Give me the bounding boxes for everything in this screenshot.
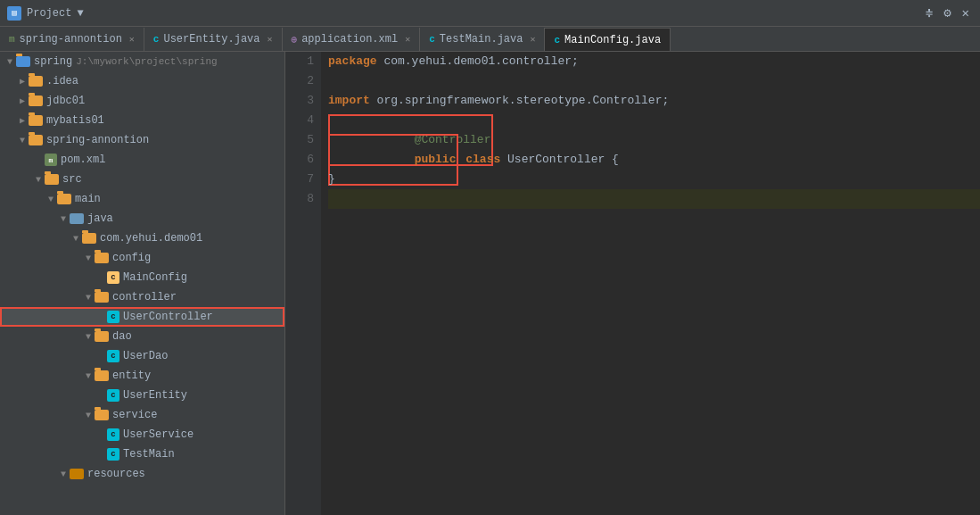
settings-action[interactable]: ⚙ <box>940 4 954 22</box>
tree-item-entity[interactable]: ▼ entity <box>0 366 284 386</box>
folder-icon-resources <box>70 469 84 479</box>
class-icon-userservice: c <box>107 428 119 441</box>
folder-icon-idea <box>29 76 43 87</box>
ln-4: 4 <box>285 111 314 130</box>
folder-icon-jdbc01 <box>29 96 43 106</box>
ln-6: 6 <box>285 150 314 170</box>
tab-bar: m spring-annontion ✕ c UserEntity.java ✕… <box>0 27 980 52</box>
java-label: java <box>87 212 113 225</box>
code-line-2 <box>328 71 980 91</box>
tab-close-testmain[interactable]: ✕ <box>530 34 535 45</box>
pin-action[interactable]: ≑ <box>922 4 936 22</box>
tree-item-spring-annontion[interactable]: ▼ spring-annontion <box>0 130 284 150</box>
controller-label: controller <box>112 291 177 303</box>
tree-item-main[interactable]: ▼ main <box>0 189 284 209</box>
editor[interactable]: 1 2 3 4 5 6 7 8 package com.yehui.demo01… <box>285 52 980 515</box>
title-project-label: Project <box>27 7 71 20</box>
tree-item-dao[interactable]: ▼ dao <box>0 327 284 346</box>
tree-item-pom[interactable]: m pom.xml <box>0 150 284 170</box>
tree-item-userservice[interactable]: c UserService <box>0 425 284 444</box>
chevron-dao: ▼ <box>82 332 95 342</box>
tree-item-userdao[interactable]: c UserDao <box>0 346 284 366</box>
tab-close-application[interactable]: ✕ <box>405 34 410 45</box>
tree-item-mybatis01[interactable]: ▶ mybatis01 <box>0 111 284 130</box>
chevron-service: ▼ <box>82 411 95 420</box>
tab-userentity[interactable]: c UserEntity.java ✕ <box>144 28 283 51</box>
userservice-label: UserService <box>123 428 194 441</box>
class-tab-icon-test: c <box>429 34 435 45</box>
tree-item-controller[interactable]: ▼ controller <box>0 287 284 307</box>
chevron-java: ▼ <box>57 214 70 224</box>
class-name-usercontroller: UserController { <box>500 150 619 170</box>
ln-1: 1 <box>285 52 314 71</box>
tree-item-com-yehui[interactable]: ▼ com.yehui.demo01 <box>0 228 284 248</box>
tab-mainconfig[interactable]: c MainConfig.java <box>545 28 671 51</box>
tree-item-userentity[interactable]: c UserEntity <box>0 386 284 405</box>
ln-8: 8 <box>285 189 314 209</box>
code-package-name: com.yehui.demo01.controller; <box>377 52 579 71</box>
folder-icon-main <box>57 194 71 204</box>
title-bar-left: ▤ Project ▼ <box>7 6 84 21</box>
chevron-main: ▼ <box>45 195 57 204</box>
folder-icon-java <box>70 213 84 224</box>
folder-icon-spring-annontion <box>29 135 43 145</box>
import-semi: ; <box>662 91 669 111</box>
tab-close-spring[interactable]: ✕ <box>129 34 135 45</box>
tree-item-java[interactable]: ▼ java <box>0 209 284 228</box>
userentity-label: UserEntity <box>123 389 187 402</box>
spring-annontion-label: spring-annontion <box>46 134 149 146</box>
tree-item-src[interactable]: ▼ src <box>0 170 284 189</box>
chevron-entity: ▼ <box>82 371 95 381</box>
chevron-resources: ▼ <box>57 469 70 479</box>
testmain-label: TestMain <box>123 448 175 461</box>
jdbc01-label: jdbc01 <box>46 95 85 107</box>
maven-tab-icon: m <box>9 34 15 45</box>
tab-spring-annontion[interactable]: m spring-annontion ✕ <box>0 28 144 51</box>
mainconfig-label: MainConfig <box>123 271 187 284</box>
keyword-class: class <box>465 150 500 170</box>
code-space <box>458 150 465 170</box>
close-action[interactable]: ✕ <box>959 4 973 22</box>
userdao-label: UserDao <box>123 350 168 362</box>
code-line-3: import org.springframework.stereotype.Co… <box>328 91 980 111</box>
chevron-controller: ▼ <box>82 293 95 303</box>
spring-root-label: spring <box>34 55 72 68</box>
folder-icon-spring <box>16 56 30 67</box>
class-tab-icon-entity: c <box>153 34 160 45</box>
keyword-public: public <box>415 153 457 166</box>
class-tab-icon-main: c <box>554 35 560 46</box>
tab-application[interactable]: ⊕ application.xml ✕ <box>283 28 421 51</box>
keyword-package: package <box>328 52 377 71</box>
idea-label: .idea <box>46 75 78 87</box>
chevron-idea: ▶ <box>16 76 29 87</box>
ln-2: 2 <box>285 71 314 91</box>
tree-item-resources[interactable]: ▼ resources <box>0 464 284 484</box>
chevron-src: ▼ <box>32 175 45 185</box>
tree-item-mainconfig[interactable]: c MainConfig <box>0 268 284 287</box>
title-dropdown-icon[interactable]: ▼ <box>77 7 83 20</box>
service-label: service <box>112 409 157 421</box>
folder-icon-src <box>45 174 59 185</box>
tab-testmain[interactable]: c TestMain.java ✕ <box>420 28 545 51</box>
mybatis01-label: mybatis01 <box>46 114 104 127</box>
tree-item-jdbc01[interactable]: ▶ jdbc01 <box>0 91 284 111</box>
tree-item-usercontroller[interactable]: c UserController <box>0 307 284 327</box>
tree-item-testmain[interactable]: c TestMain <box>0 444 284 464</box>
title-bar: ▤ Project ▼ ≑ ⚙ ✕ <box>0 0 980 27</box>
tab-label-mainconfig: MainConfig.java <box>564 34 661 46</box>
pom-label: pom.xml <box>61 154 105 166</box>
tree-item-config[interactable]: ▼ config <box>0 248 284 268</box>
chevron-spring-annontion: ▼ <box>16 136 29 145</box>
tree-item-service[interactable]: ▼ service <box>0 405 284 425</box>
tab-close-userentity[interactable]: ✕ <box>268 34 273 45</box>
closing-brace: } <box>328 170 335 189</box>
maven-icon-pom: m <box>45 154 57 166</box>
public-highlight-box: public <box>328 134 458 186</box>
code-content: package com.yehui.demo01.controller; imp… <box>321 52 980 515</box>
ln-7: 7 <box>285 170 314 189</box>
resources-label: resources <box>87 468 145 480</box>
class-icon-usercontroller: c <box>107 311 119 323</box>
code-area: 1 2 3 4 5 6 7 8 package com.yehui.demo01… <box>285 52 980 515</box>
tree-item-idea[interactable]: ▶ .idea <box>0 71 284 91</box>
tree-item-spring-root[interactable]: ▼ spring J:\mywork\project\spring <box>0 52 284 71</box>
